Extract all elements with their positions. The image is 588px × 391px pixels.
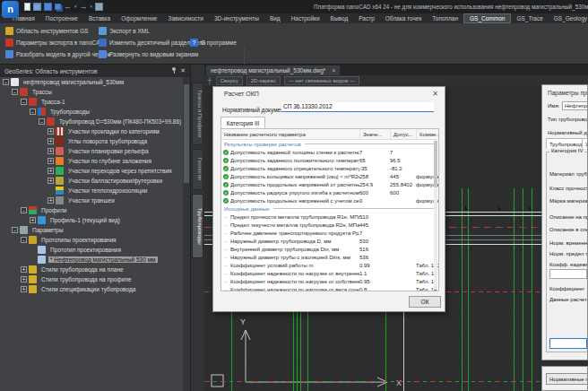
ribbon-tab-Зависимости[interactable]: Зависимости <box>162 13 208 23</box>
calc-data-input[interactable] <box>549 338 587 349</box>
collapse-icon[interactable]: - <box>30 109 36 115</box>
ribbon-button[interactable]: Разобрать модель в другой чертеж <box>5 49 111 59</box>
collapse-icon[interactable]: - <box>21 207 27 213</box>
table-row[interactable]: →Предел текучести металла трубопровода R… <box>221 221 438 229</box>
ribbon-tab-Растр[interactable]: Растр <box>353 13 380 23</box>
tree-item[interactable]: -Трасса-1 <box>0 97 184 107</box>
dialog-titlebar[interactable]: Расчет ОКП ✕ <box>213 87 445 100</box>
tree-item[interactable]: +Участки траншеи <box>0 196 184 205</box>
ribbon-tab-3D-инструменты[interactable]: 3D-инструменты <box>209 13 264 23</box>
tree-item[interactable]: +Стили спецификации тубопровода <box>0 284 184 294</box>
expand-icon[interactable]: + <box>48 197 54 204</box>
ribbon-button[interactable]: Экспорт в XML <box>99 26 205 36</box>
tree-item[interactable]: +Участки по глубине заложения <box>0 156 184 166</box>
ok-button[interactable]: ОК <box>409 296 441 308</box>
collapse-icon[interactable]: - <box>39 118 45 125</box>
ribbon-tab-Вывод[interactable]: Вывод <box>325 13 354 23</box>
redo-icon[interactable]: → <box>80 3 88 11</box>
redo-caret-icon[interactable]: ▾ <box>91 3 93 11</box>
coef-input[interactable] <box>549 269 587 279</box>
pin-icon[interactable] <box>172 67 177 74</box>
ribbon-button[interactable]: Параметры экспорта в nanoCAD <box>5 38 111 48</box>
table-row[interactable]: →Наружный диаметр трубопровода D, мм530 <box>221 237 438 245</box>
ribbon-button[interactable]: Развернуть по видовым экранам <box>99 49 205 59</box>
tree-item[interactable]: -Параметры <box>0 225 184 235</box>
expand-icon[interactable]: + <box>21 276 27 282</box>
close-icon[interactable]: ✕ <box>180 67 186 74</box>
ribbon-tab-Построение[interactable]: Построение <box>40 13 83 23</box>
expand-icon[interactable]: + <box>48 158 54 164</box>
table-row[interactable]: ✓Допустимость кольцевых напряжений |σкц|… <box>221 172 438 180</box>
tree-item[interactable]: +Участки прокладки по категориям <box>0 126 184 136</box>
table-row[interactable]: →Внутренний диаметр трубопровода Din, мм… <box>221 245 438 253</box>
document-tab[interactable]: нефтепровод магистральный_530мм.dwg* × <box>206 65 340 75</box>
ribbon-tab-Облака точек[interactable]: Облака точек <box>380 13 428 23</box>
viewport-lock-icon[interactable]: ┼ <box>207 76 212 85</box>
name-input[interactable]: Нефтепровод <box>562 101 588 110</box>
expand-icon[interactable]: + <box>48 138 54 144</box>
ribbon-button[interactable]: ?О программе <box>190 38 237 48</box>
expand-icon[interactable]: + <box>48 178 54 184</box>
expand-icon[interactable]: + <box>21 266 27 273</box>
tree-item[interactable]: * Нефтепровод магистральный 530 мм <box>0 255 184 265</box>
visual-style-button[interactable]: 2D-каркас <box>246 76 281 85</box>
open-folder-icon[interactable] <box>33 3 41 11</box>
ribbon-tab-Топоплан[interactable]: Топоплан <box>427 13 463 23</box>
tree-item[interactable]: -нефтепровод магистральный_530мм <box>0 77 184 87</box>
undo-icon[interactable]: ← <box>64 3 72 11</box>
ribbon-tab-GS_Trace[interactable]: GS_Trace <box>511 13 548 23</box>
tree-item[interactable]: Участки теплогидроизоляции <box>0 186 184 196</box>
table-row[interactable]: ✓Допустимость заданного отрицательного т… <box>221 164 438 172</box>
table-row[interactable]: →Коэффициент надежности по нагрузке от с… <box>221 277 438 285</box>
ribbon-button[interactable]: Область инструментов GS <box>5 26 111 36</box>
tree-item[interactable]: -Прототипы проектирования <box>0 235 184 245</box>
table-row[interactable]: →Коэффициент надежности по нагрузке от в… <box>221 285 438 291</box>
collapse-icon[interactable]: - <box>21 237 27 243</box>
side-tab-Трубопроводы[interactable]: Трубопроводы <box>192 194 203 258</box>
expand-icon[interactable]: + <box>48 128 54 135</box>
tree-item[interactable]: +Профиль-1 (текущий вид) <box>0 215 184 225</box>
tree-item[interactable]: +Участки переходов через препятствия <box>0 166 184 176</box>
dialog-close-icon[interactable]: ✕ <box>432 90 438 98</box>
tree-item[interactable]: +Участки балластировки/футеровки <box>0 176 184 186</box>
linked-views-button[interactable]: — нет связанных видов — <box>284 76 359 85</box>
collapse-icon[interactable]: - <box>3 79 9 85</box>
collapse-icon[interactable]: - <box>12 227 18 233</box>
tree-item[interactable]: +Стили трубопровода на плане <box>0 265 184 274</box>
table-row[interactable]: ✓Допустимость продольных напряжений с уч… <box>221 196 438 204</box>
expand-icon[interactable]: + <box>48 168 54 174</box>
table-row[interactable]: ✓Допустимость продольных напряжений от р… <box>221 180 438 188</box>
tree-item[interactable]: -Трубопроводы <box>0 107 184 117</box>
expand-icon[interactable]: + <box>21 286 27 292</box>
view-direction-button[interactable]: Сверху <box>216 76 243 85</box>
tree-item[interactable]: -Трубопровод D=530мм (ПК480-ПК503+99.86) <box>0 117 184 126</box>
table-scrollbar-thumb[interactable] <box>434 141 437 187</box>
table-row[interactable]: →Коэффициент надежности по нагрузке от в… <box>221 269 438 277</box>
table-row[interactable]: →Коэффициент условий работы m0.99Табл. 1… <box>221 261 438 269</box>
ribbon-tab-Оформление[interactable]: Оформление <box>116 13 162 23</box>
collapse-icon[interactable]: - <box>12 89 18 95</box>
table-row[interactable]: →Предел прочности металла трубопровода R… <box>221 213 438 221</box>
document-tab-close-icon[interactable]: × <box>332 67 335 74</box>
print-icon[interactable] <box>95 3 103 11</box>
tree-scrollbar-thumb[interactable] <box>184 84 189 183</box>
ribbon-tab-Настройки[interactable]: Настройки <box>286 13 325 23</box>
normative-params-button[interactable]: Нормативные параметры <box>546 373 588 385</box>
tree-item[interactable]: -Трассы <box>0 87 184 97</box>
table-row[interactable]: ✓Допустимость заданного положительного т… <box>221 156 438 164</box>
table-scrollbar[interactable] <box>434 141 437 290</box>
new-file-icon[interactable] <box>24 3 30 11</box>
collapse-icon[interactable]: - <box>21 99 27 105</box>
tree-item[interactable]: -Профили <box>0 205 184 215</box>
table-row[interactable]: ✓Допустимость радиуса упругого изгиба к … <box>221 188 438 196</box>
ribbon-tab-Вид[interactable]: Вид <box>264 13 286 23</box>
ribbon-tab-GS_Common[interactable]: GS_Common <box>463 13 511 23</box>
tree-scrollbar[interactable] <box>183 77 190 391</box>
side-tab-Геология[interactable]: Геология <box>192 149 203 190</box>
expand-icon[interactable]: + <box>30 217 36 223</box>
table-row[interactable]: →Рабочее давление транспортируемого прод… <box>221 229 438 237</box>
normative-doc-input[interactable]: СП 36.13330.2012 <box>281 102 434 112</box>
save-all-icon[interactable] <box>55 4 61 10</box>
tree-item[interactable]: Прототип проектирования <box>0 245 184 255</box>
side-tab-Трассы и Профили[interactable]: Трассы и Профили <box>192 83 203 145</box>
